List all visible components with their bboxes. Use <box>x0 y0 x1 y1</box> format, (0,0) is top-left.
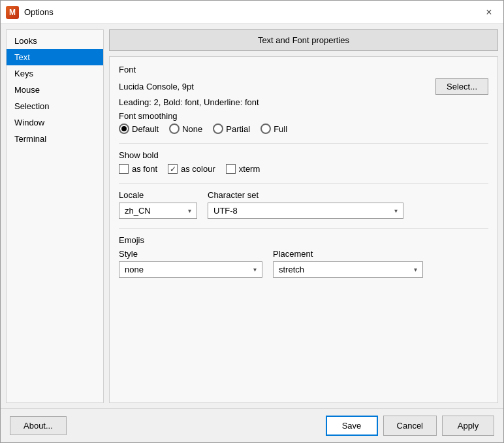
panel-body: Font Lucida Console, 9pt Select... Leadi… <box>109 56 498 403</box>
style-group: Style none ▾ <box>119 249 262 278</box>
charset-dropdown[interactable]: UTF-8 ▾ <box>208 203 403 219</box>
smoothing-radio-group: Default None Partial <box>119 123 488 134</box>
sidebar-item-window[interactable]: Window <box>7 114 103 131</box>
placement-group: Placement stretch ▾ <box>273 249 423 278</box>
smoothing-full[interactable]: Full <box>260 123 287 134</box>
title-bar: M Options × <box>1 1 503 24</box>
smoothing-none[interactable]: None <box>169 123 202 134</box>
save-button[interactable]: Save <box>326 416 378 436</box>
font-section-title: Font <box>119 65 488 74</box>
locale-dropdown-arrow: ▾ <box>188 207 191 214</box>
about-button[interactable]: About... <box>10 416 67 435</box>
apply-button[interactable]: Apply <box>442 416 494 436</box>
bold-checkbox-row: as font ✓ as colour xterm <box>119 164 488 174</box>
style-value: none <box>125 265 144 274</box>
smoothing-default[interactable]: Default <box>119 123 159 134</box>
sidebar-item-terminal[interactable]: Terminal <box>7 131 103 147</box>
select-font-button[interactable]: Select... <box>435 78 488 95</box>
bold-as-colour-label: as colour <box>181 164 215 174</box>
sidebar-item-keys[interactable]: Keys <box>7 65 103 82</box>
smoothing-none-label: None <box>182 124 202 134</box>
style-label: Style <box>119 249 262 259</box>
locale-charset-section: Locale zh_CN ▾ Character set UTF-8 ▾ <box>119 183 488 219</box>
charset-group: Character set UTF-8 ▾ <box>208 190 403 219</box>
checkmark-icon: ✓ <box>170 165 176 173</box>
show-bold-section: Show bold as font ✓ as colour <box>119 143 488 174</box>
font-info-row: Lucida Console, 9pt Select... <box>119 78 488 95</box>
font-section: Font Lucida Console, 9pt Select... Leadi… <box>119 65 488 134</box>
smoothing-partial-label: Partial <box>226 124 250 134</box>
main-panel: Text and Font properties Font Lucida Con… <box>109 29 498 403</box>
footer: About... Save Cancel Apply <box>1 408 503 442</box>
bold-as-colour[interactable]: ✓ as colour <box>168 164 215 174</box>
sidebar-item-selection[interactable]: Selection <box>7 98 103 114</box>
style-dropdown[interactable]: none ▾ <box>119 261 262 278</box>
font-smoothing-label: Font smoothing <box>119 111 488 121</box>
bold-as-font-label: as font <box>132 164 157 174</box>
placement-dropdown-arrow: ▾ <box>414 266 417 273</box>
show-bold-title: Show bold <box>119 150 488 160</box>
sidebar-item-text[interactable]: Text <box>7 49 103 65</box>
close-button[interactable]: × <box>480 5 498 20</box>
sidebar-item-mouse[interactable]: Mouse <box>7 82 103 98</box>
smoothing-partial-radio[interactable] <box>213 123 223 134</box>
font-details-label: Leading: 2, Bold: font, Underline: font <box>119 97 488 107</box>
emojis-section: Emojis Style none ▾ Placement <box>119 228 488 278</box>
bold-xterm[interactable]: xterm <box>226 164 260 174</box>
locale-value: zh_CN <box>125 206 151 216</box>
font-name-label: Lucida Console, 9pt <box>119 82 194 91</box>
footer-right: Save Cancel Apply <box>326 416 494 436</box>
charset-value: UTF-8 <box>213 206 238 216</box>
bold-xterm-label: xterm <box>239 164 260 174</box>
charset-dropdown-arrow: ▾ <box>394 207 398 214</box>
window-title: Options <box>24 7 480 17</box>
smoothing-none-radio[interactable] <box>169 123 180 134</box>
style-placement-row: Style none ▾ Placement stretch ▾ <box>119 249 488 278</box>
bold-as-font[interactable]: as font <box>119 164 157 174</box>
smoothing-default-label: Default <box>132 124 159 134</box>
locale-charset-row: Locale zh_CN ▾ Character set UTF-8 ▾ <box>119 190 488 219</box>
locale-dropdown[interactable]: zh_CN ▾ <box>119 203 197 219</box>
panel-header: Text and Font properties <box>109 29 498 51</box>
emojis-title: Emojis <box>119 235 488 245</box>
placement-label: Placement <box>273 249 423 259</box>
footer-left: About... <box>10 416 67 435</box>
options-window: M Options × Looks Text Keys Mouse Select… <box>0 0 504 443</box>
font-smoothing-group: Font smoothing Default None <box>119 111 488 134</box>
cancel-button[interactable]: Cancel <box>383 416 437 436</box>
sidebar: Looks Text Keys Mouse Selection Window T… <box>6 29 104 403</box>
locale-group: Locale zh_CN ▾ <box>119 190 197 219</box>
app-icon: M <box>6 6 19 19</box>
smoothing-partial[interactable]: Partial <box>213 123 250 134</box>
sidebar-item-looks[interactable]: Looks <box>7 33 103 49</box>
bold-xterm-checkbox[interactable] <box>226 164 236 174</box>
bold-as-colour-checkbox[interactable]: ✓ <box>168 164 178 174</box>
placement-value: stretch <box>279 265 304 274</box>
placement-dropdown[interactable]: stretch ▾ <box>273 261 423 278</box>
bold-as-font-checkbox[interactable] <box>119 164 129 174</box>
style-dropdown-arrow: ▾ <box>253 266 257 273</box>
content-area: Looks Text Keys Mouse Selection Window T… <box>1 24 503 408</box>
charset-label: Character set <box>208 190 403 200</box>
locale-label: Locale <box>119 190 197 200</box>
smoothing-default-radio[interactable] <box>119 123 129 134</box>
smoothing-full-radio[interactable] <box>260 123 271 134</box>
smoothing-full-label: Full <box>274 124 287 134</box>
